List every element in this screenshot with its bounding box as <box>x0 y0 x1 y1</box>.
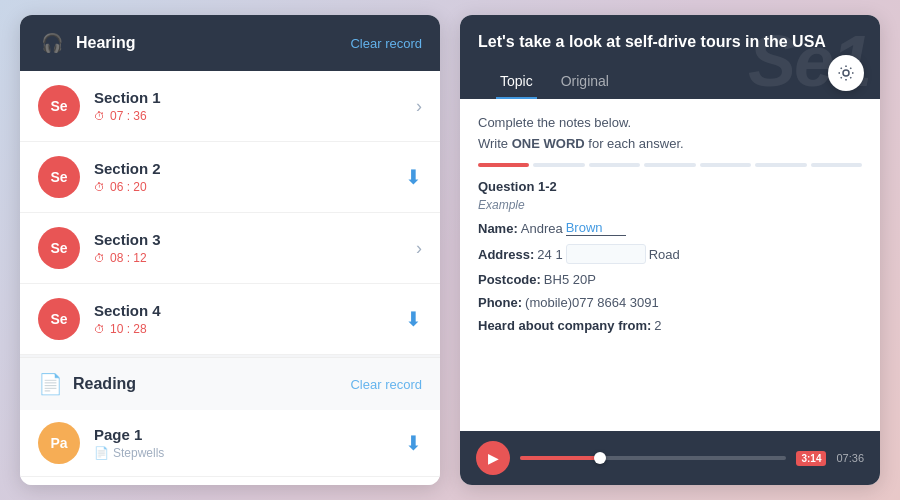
right-panel: Let's take a look at self-drive tours in… <box>460 15 880 485</box>
reading-section: 📄 Reading Clear record Pa Page 1 📄 Stepw… <box>20 357 440 485</box>
list-item[interactable]: Pa Page 1 📄 Stepwells ⬇ <box>20 410 440 477</box>
section-list: Se Section 1 ⏱ 07 : 36 › Se Section 2 ⏱ … <box>20 71 440 355</box>
list-item[interactable]: Se Section 2 ⏱ 06 : 20 ⬇ <box>20 142 440 213</box>
audio-player: ▶ 3:14 07:36 <box>460 431 880 485</box>
hearing-header-left: 🎧 Hearing <box>38 29 136 57</box>
headphone-icon: 🎧 <box>38 29 66 57</box>
current-time-badge: 3:14 <box>796 451 826 466</box>
field-value-underline: Brown <box>566 220 626 236</box>
tab-topic[interactable]: Topic <box>496 65 537 99</box>
field-label: Address: <box>478 247 534 262</box>
reading-header: 📄 Reading Clear record <box>20 357 440 410</box>
clear-record-reading-button[interactable]: Clear record <box>350 377 422 392</box>
total-time: 07:36 <box>836 452 864 464</box>
progress-segment-4 <box>644 163 695 167</box>
progress-segment-3 <box>589 163 640 167</box>
player-progress <box>520 456 600 460</box>
reading-header-left: 📄 Reading <box>38 372 136 396</box>
field-label: Heard about company from: <box>478 318 651 333</box>
arrow-icon[interactable]: › <box>416 96 422 117</box>
section-time: ⏱ 06 : 20 <box>94 180 391 194</box>
list-item[interactable]: Pa Page 2 › <box>20 477 440 485</box>
field-phone: Phone: (mobile)077 8664 3091 <box>478 295 862 310</box>
tab-original[interactable]: Original <box>557 65 613 99</box>
section-title: Section 2 <box>94 160 391 177</box>
field-label: Phone: <box>478 295 522 310</box>
progress-segment-7 <box>811 163 862 167</box>
clock-icon: ⏱ <box>94 323 105 335</box>
avatar: Se <box>38 85 80 127</box>
section-time: ⏱ 10 : 28 <box>94 322 391 336</box>
player-thumb <box>594 452 606 464</box>
list-item[interactable]: Se Section 1 ⏱ 07 : 36 › <box>20 71 440 142</box>
avatar: Se <box>38 156 80 198</box>
instruction-1: Complete the notes below. <box>478 115 862 130</box>
section-title: Section 3 <box>94 231 402 248</box>
progress-bar <box>478 163 862 167</box>
question-label: Question 1-2 <box>478 179 862 194</box>
field-address: Address: 24 1 Road <box>478 244 862 264</box>
arrow-icon[interactable]: › <box>416 238 422 259</box>
progress-segment-6 <box>755 163 806 167</box>
page-title: Page 1 <box>94 426 391 443</box>
field-label: Name: <box>478 221 518 236</box>
progress-segment-2 <box>533 163 584 167</box>
item-info: Section 3 ⏱ 08 : 12 <box>94 231 402 265</box>
section-time: ⏱ 08 : 12 <box>94 251 402 265</box>
address-input[interactable] <box>566 244 646 264</box>
left-panel: 🎧 Hearing Clear record Se Section 1 ⏱ 07… <box>20 15 440 485</box>
field-postcode: Postcode: BH5 20P <box>478 272 862 287</box>
avatar: Pa <box>38 422 80 464</box>
avatar: Se <box>38 298 80 340</box>
play-button[interactable]: ▶ <box>476 441 510 475</box>
clock-icon: ⏱ <box>94 110 105 122</box>
example-label: Example <box>478 198 862 212</box>
section-time: ⏱ 07 : 36 <box>94 109 402 123</box>
clear-record-button[interactable]: Clear record <box>350 36 422 51</box>
instruction-2: Write ONE WORD for each answer. <box>478 136 862 151</box>
hearing-header: 🎧 Hearing Clear record <box>20 15 440 71</box>
page-subtitle: 📄 Stepwells <box>94 446 391 460</box>
content-body: Complete the notes below. Write ONE WORD… <box>460 99 880 431</box>
section-title: Section 1 <box>94 89 402 106</box>
avatar: Se <box>38 227 80 269</box>
book-icon: 📄 <box>38 372 63 396</box>
list-item[interactable]: Se Section 4 ⏱ 10 : 28 ⬇ <box>20 284 440 355</box>
field-heard: Heard about company from: 2 <box>478 318 862 333</box>
download-icon[interactable]: ⬇ <box>405 307 422 331</box>
clock-icon: ⏱ <box>94 181 105 193</box>
field-name: Name: Andrea Brown <box>478 220 862 236</box>
item-info: Section 4 ⏱ 10 : 28 <box>94 302 391 336</box>
clock-icon: ⏱ <box>94 252 105 264</box>
item-info: Section 1 ⏱ 07 : 36 <box>94 89 402 123</box>
download-icon[interactable]: ⬇ <box>405 165 422 189</box>
item-info: Section 2 ⏱ 06 : 20 <box>94 160 391 194</box>
content-header: Let's take a look at self-drive tours in… <box>460 15 880 99</box>
download-icon[interactable]: ⬇ <box>405 431 422 455</box>
section-title: Section 4 <box>94 302 391 319</box>
field-label: Postcode: <box>478 272 541 287</box>
item-info: Page 1 📄 Stepwells <box>94 426 391 460</box>
reading-label: Reading <box>73 375 136 393</box>
list-item[interactable]: Se Section 3 ⏱ 08 : 12 › <box>20 213 440 284</box>
hearing-label: Hearing <box>76 34 136 52</box>
svg-point-0 <box>843 70 849 76</box>
book-small-icon: 📄 <box>94 446 109 460</box>
progress-segment-1 <box>478 163 529 167</box>
progress-segment-5 <box>700 163 751 167</box>
player-track[interactable] <box>520 456 786 460</box>
